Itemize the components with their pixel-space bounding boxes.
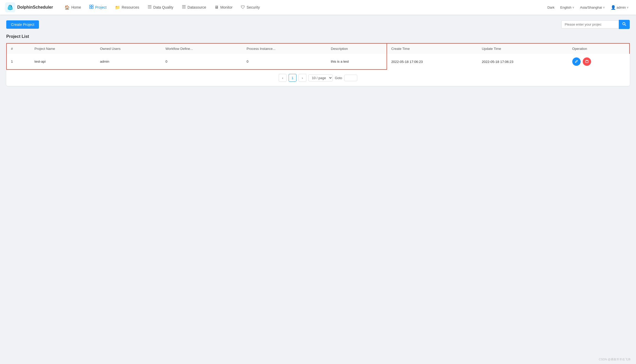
cell-update-time: 2022-05-18 17:06:23 [478,54,568,69]
svg-line-14 [625,25,626,26]
svg-rect-3 [90,5,91,7]
brand-name: DolphinScheduler [17,5,53,10]
shield-icon: 🛡 [241,5,245,10]
svg-rect-6 [92,7,93,9]
nav-item-project[interactable]: Project [86,3,110,11]
theme-label: Dark [547,5,555,9]
project-table: # Project Name Owned Users Workflow Defi… [6,43,630,70]
nav-monitor-label: Monitor [220,5,232,9]
goto-input[interactable] [344,75,357,81]
section-title: Project List [6,34,630,39]
page-size-select[interactable]: 10 / page 20 / page 50 / page [308,74,333,81]
table-row: 1 test-api admin 0 0 this is a test 2022… [7,54,629,69]
search-icon [622,22,626,27]
page-number: 1 [291,76,293,80]
svg-rect-4 [92,5,93,7]
nav-datasource-label: Datasource [188,5,206,9]
nav-resources-label: Resources [122,5,139,9]
home-icon: 🏠 [65,5,70,10]
footer-note: CSDN @勇敢羊羊在飞奔 [599,357,631,361]
nav-security-label: Security [247,5,260,9]
datasource-icon [182,5,186,10]
col-description: Description [327,43,387,54]
nav-project-label: Project [95,5,107,9]
nav-items: 🏠 Home Project 📁 Resources Data Quality [61,3,545,11]
navbar-right: Dark English ∨ Asia/Shanghai ∨ 👤 admin ∨ [545,4,631,11]
project-list-card: # Project Name Owned Users Workflow Defi… [6,43,630,86]
cell-process-instance: 0 [242,54,327,69]
svg-rect-11 [182,7,186,7]
col-owned-users: Owned Users [96,43,161,54]
search-box [561,20,630,29]
nav-item-resources[interactable]: 📁 Resources [111,3,143,11]
create-project-button[interactable]: Create Project [6,20,39,29]
navbar: DolphinScheduler 🏠 Home Project 📁 Resour… [0,0,636,15]
col-process-instance: Process Instance... [242,43,327,54]
cell-index: 1 [7,54,30,69]
cell-create-time: 2022-05-18 17:06:23 [387,54,478,69]
search-button[interactable] [619,20,630,29]
dolphin-logo [5,2,15,12]
goto-label: Goto [335,76,342,80]
nav-home-label: Home [71,5,81,9]
col-update-time: Update Time [478,43,568,54]
theme-toggle[interactable]: Dark [545,4,557,10]
svg-rect-8 [148,7,151,7]
delete-button[interactable] [583,57,591,66]
cell-description: this is a test [327,54,387,69]
table-header: # Project Name Owned Users Workflow Defi… [7,43,629,54]
svg-point-2 [11,5,12,6]
edit-button[interactable] [572,57,581,66]
search-input[interactable] [561,20,619,28]
edit-icon [575,60,578,64]
header-row: # Project Name Owned Users Workflow Defi… [7,43,629,54]
cell-operation [568,54,629,69]
col-workflow-define: Workflow Define... [161,43,242,54]
table-body: 1 test-api admin 0 0 this is a test 2022… [7,54,629,69]
username-label: admin [617,5,626,9]
pagination: ‹ 1 › 10 / page 20 / page 50 / page Goto [6,70,630,86]
cell-owned-users: admin [96,54,161,69]
next-page-button[interactable]: › [299,74,306,82]
svg-rect-15 [586,61,588,63]
brand-logo-link[interactable]: DolphinScheduler [5,2,53,12]
user-dropdown[interactable]: 👤 admin ∨ [609,4,631,11]
timezone-label: Asia/Shanghai [580,5,602,9]
col-index: # [7,43,30,54]
table-container: # Project Name Owned Users Workflow Defi… [6,43,630,70]
next-icon: › [302,76,303,80]
resources-icon: 📁 [115,5,120,10]
nav-item-data-quality[interactable]: Data Quality [144,3,177,11]
monitor-icon: 🖥 [214,5,219,10]
svg-rect-12 [182,8,186,8]
prev-icon: ‹ [282,76,283,80]
nav-item-security[interactable]: 🛡 Security [237,3,264,11]
current-page-button[interactable]: 1 [289,74,296,82]
svg-rect-5 [90,7,91,9]
prev-page-button[interactable]: ‹ [279,74,287,82]
nav-item-datasource[interactable]: Datasource [178,3,210,11]
language-label: English [560,5,571,9]
main-content: Create Project Project List # [0,15,636,91]
nav-dataquality-label: Data Quality [153,5,173,9]
language-chevron: ∨ [572,6,574,9]
project-icon [89,5,94,10]
timezone-dropdown[interactable]: Asia/Shanghai ∨ [578,4,607,10]
svg-rect-10 [182,5,186,6]
user-chevron: ∨ [627,6,629,9]
user-icon: 👤 [611,5,616,10]
svg-rect-7 [148,5,151,6]
cell-workflow-define: 0 [161,54,242,69]
toolbar: Create Project [6,20,630,29]
timezone-chevron: ∨ [603,6,605,9]
nav-item-monitor[interactable]: 🖥 Monitor [211,3,236,11]
data-quality-icon [148,5,152,10]
nav-item-home[interactable]: 🏠 Home [61,3,85,11]
col-operation: Operation [568,43,629,54]
cell-project-name[interactable]: test-api [30,54,96,69]
col-project-name: Project Name [30,43,96,54]
operation-buttons [572,57,625,66]
language-dropdown[interactable]: English ∨ [558,4,576,10]
delete-icon [585,60,589,64]
svg-rect-9 [148,8,151,8]
